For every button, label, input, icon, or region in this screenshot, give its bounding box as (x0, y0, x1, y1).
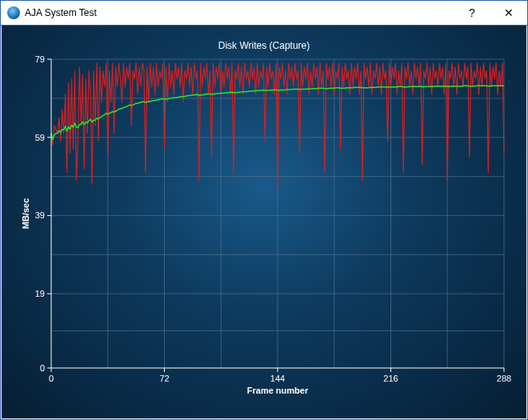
chart-title: Disk Writes (Capture) (18, 40, 510, 51)
svg-text:216: 216 (383, 374, 398, 383)
svg-text:39: 39 (35, 210, 45, 220)
help-button[interactable]: ? (454, 1, 490, 25)
svg-text:Frame number: Frame number (247, 386, 309, 395)
app-icon (7, 6, 20, 19)
app-window: AJA System Test ? ✕ Disk Writes (Capture… (0, 0, 528, 420)
svg-text:144: 144 (270, 374, 285, 383)
close-button[interactable]: ✕ (490, 1, 527, 25)
svg-text:MB/sec: MB/sec (21, 198, 30, 230)
svg-text:59: 59 (35, 133, 45, 142)
titlebar: AJA System Test ? ✕ (1, 1, 527, 26)
svg-text:19: 19 (35, 289, 45, 298)
chart: 072144216288019395979Frame numberMB/sec (18, 54, 510, 398)
chart-panel: Disk Writes (Capture) 072144216288019395… (2, 26, 526, 418)
svg-text:0: 0 (40, 363, 45, 373)
chart-svg: 072144216288019395979Frame numberMB/sec (18, 54, 512, 398)
close-icon: ✕ (504, 6, 514, 19)
svg-text:0: 0 (49, 374, 54, 383)
svg-text:288: 288 (497, 374, 511, 383)
window-title: AJA System Test (25, 7, 97, 18)
svg-text:79: 79 (35, 54, 45, 64)
svg-text:72: 72 (159, 374, 169, 383)
help-icon: ? (469, 6, 475, 19)
